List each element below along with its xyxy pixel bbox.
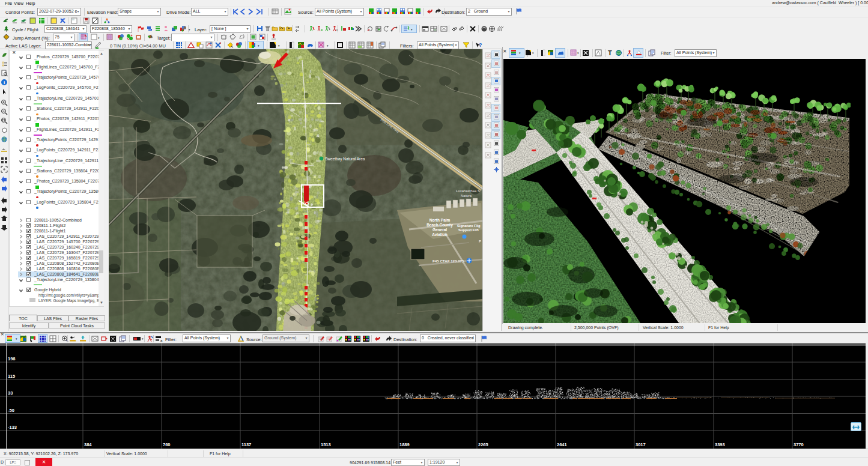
svg-text:198: 198: [8, 356, 16, 362]
svg-text:-133: -133: [8, 425, 17, 430]
svg-text:3017: 3017: [636, 442, 646, 447]
svg-text:General: General: [432, 228, 447, 232]
svg-text:Natura: Natura: [461, 194, 472, 198]
svg-text:Sweetbay Natural Area: Sweetbay Natural Area: [325, 157, 365, 162]
svg-text:a: a: [160, 339, 163, 342]
svg-text:Support F45: Support F45: [458, 228, 479, 232]
svg-text:F45 CTAF 123.075: F45 CTAF 123.075: [432, 259, 464, 263]
svg-text:1137: 1137: [241, 442, 251, 447]
svg-text:?: ?: [479, 42, 482, 48]
svg-text:Loxahatchee S: Loxahatchee S: [456, 189, 480, 193]
svg-text:i: i: [4, 80, 5, 85]
svg-text:Aviation: Aviation: [432, 232, 447, 237]
svg-text:2641: 2641: [557, 442, 567, 447]
svg-text:3393: 3393: [715, 442, 725, 447]
svg-text:760: 760: [163, 442, 171, 447]
svg-text:P: P: [479, 240, 481, 243]
svg-text:33: 33: [8, 390, 13, 396]
svg-text:115: 115: [8, 374, 15, 379]
svg-text:3770: 3770: [794, 442, 804, 447]
svg-text:2265: 2265: [478, 442, 488, 447]
svg-text:1889: 1889: [399, 442, 410, 447]
svg-text:-50: -50: [8, 408, 14, 413]
svg-text:North Palm: North Palm: [429, 218, 451, 222]
svg-text:Signature Flig: Signature Flig: [457, 224, 481, 228]
svg-text:Beach County: Beach County: [426, 223, 453, 228]
svg-text:1513: 1513: [321, 442, 331, 447]
svg-text:384: 384: [84, 442, 92, 447]
